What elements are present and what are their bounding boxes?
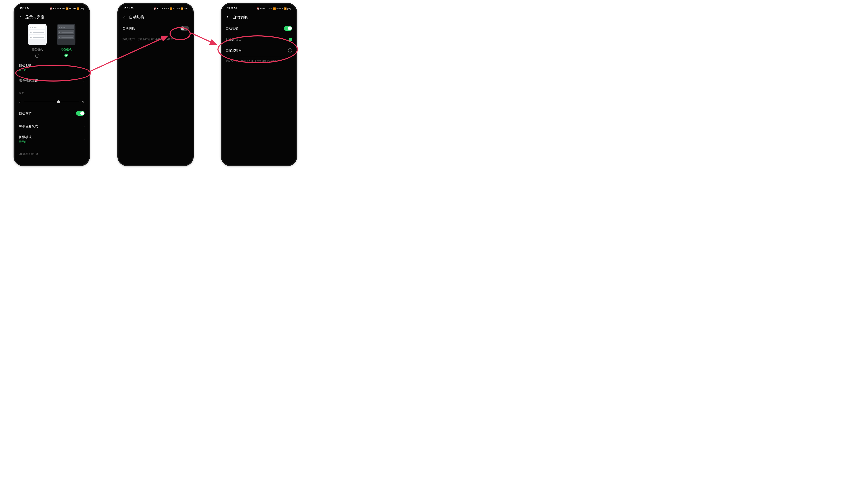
annotation-arrows [0,0,309,173]
svg-line-1 [191,33,216,44]
svg-line-0 [89,36,167,72]
